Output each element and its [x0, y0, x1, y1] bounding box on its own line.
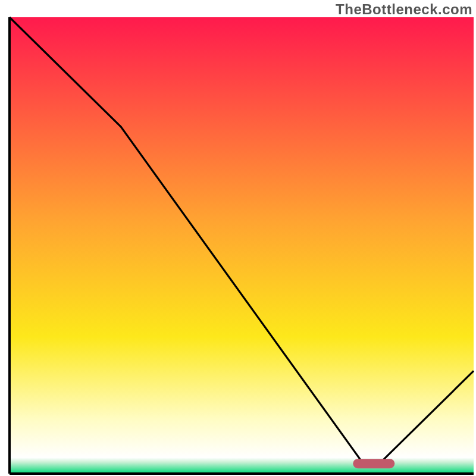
bottleneck-chart: TheBottleneck.com — [0, 0, 476, 476]
optimal-marker — [353, 459, 394, 468]
chart-svg — [0, 0, 476, 476]
watermark-text: TheBottleneck.com — [336, 1, 472, 18]
